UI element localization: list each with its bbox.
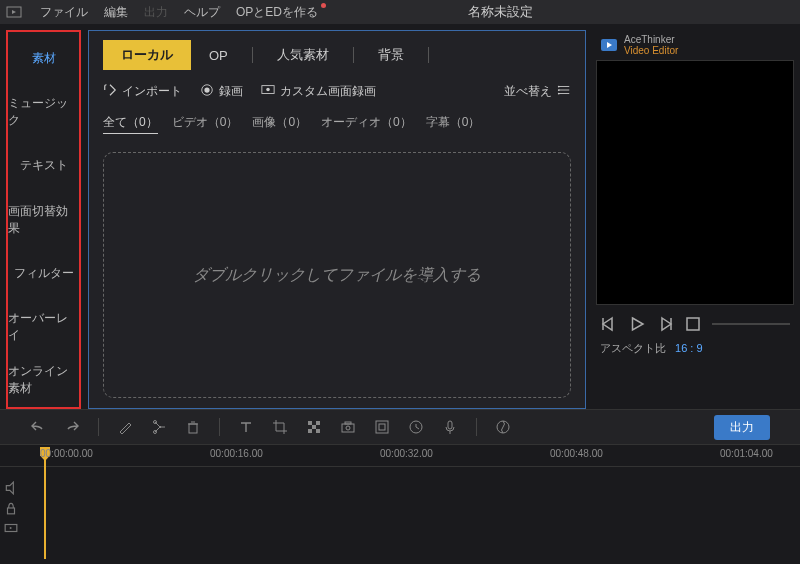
- menu-edit[interactable]: 編集: [96, 4, 136, 21]
- media-panel: ローカル OP 人気素材 背景 インポート 録画 カスタム画面録画 並べ: [88, 30, 586, 409]
- menu-output: 出力: [136, 4, 176, 21]
- next-frame-button[interactable]: [656, 315, 674, 333]
- svg-point-31: [346, 426, 350, 430]
- menu-file[interactable]: ファイル: [32, 4, 96, 21]
- video-track-icon[interactable]: [4, 521, 18, 535]
- preview-panel: AceThinker Video Editor アスペクト比 16 : 9: [590, 24, 800, 409]
- delete-button[interactable]: [185, 419, 201, 435]
- split-button[interactable]: [151, 419, 167, 435]
- ruler-tick: 00:00:32.00: [380, 448, 433, 459]
- ruler-tick: 00:00:16.00: [210, 448, 263, 459]
- duration-button[interactable]: [408, 419, 424, 435]
- svg-point-11: [558, 93, 560, 95]
- sidebar-item-overlay[interactable]: オーバーレイ: [8, 300, 79, 354]
- svg-rect-36: [448, 421, 452, 429]
- volume-icon[interactable]: [4, 481, 18, 495]
- app-logo-icon: [6, 4, 22, 20]
- svg-rect-34: [379, 424, 385, 430]
- svg-rect-29: [316, 429, 320, 433]
- svg-rect-28: [308, 429, 312, 433]
- text-button[interactable]: [238, 419, 254, 435]
- filter-image[interactable]: 画像（0）: [252, 114, 307, 134]
- menu-bar: ファイル 編集 出力 ヘルプ OPとEDを作る 名称未設定: [0, 0, 800, 24]
- svg-rect-19: [687, 318, 699, 330]
- zoom-button[interactable]: [374, 419, 390, 435]
- tab-popular[interactable]: 人気素材: [259, 40, 347, 70]
- lock-icon[interactable]: [4, 501, 18, 515]
- svg-rect-22: [189, 424, 197, 433]
- track-controls: [4, 481, 18, 535]
- mosaic-button[interactable]: [306, 419, 322, 435]
- svg-marker-41: [10, 527, 12, 529]
- playhead-line: [44, 459, 46, 559]
- media-dropzone[interactable]: ダブルクリックしてファイルを導入する: [103, 152, 571, 398]
- sidebar-item-music[interactable]: ミュージック: [8, 86, 79, 140]
- ruler-tick: 00:00:00.00: [40, 448, 93, 459]
- output-button[interactable]: 出力: [714, 415, 770, 440]
- svg-marker-16: [633, 318, 644, 330]
- media-filter-row: 全て（0） ビデオ（0） 画像（0） オーディオ（0） 字幕（0）: [103, 114, 571, 134]
- sidebar: 素材 ミュージック テキスト 画面切替効果 フィルター オーバーレイ オンライン…: [6, 30, 81, 409]
- tab-separator: [252, 47, 253, 63]
- svg-marker-38: [6, 482, 13, 494]
- sort-button[interactable]: 並べ替え: [504, 83, 571, 100]
- svg-marker-1: [12, 10, 16, 14]
- prev-frame-button[interactable]: [600, 315, 618, 333]
- tab-separator: [428, 47, 429, 63]
- filter-subtitle[interactable]: 字幕（0）: [426, 114, 481, 134]
- record-button[interactable]: 録画: [200, 83, 243, 100]
- tab-separator: [353, 47, 354, 63]
- tab-background[interactable]: 背景: [360, 40, 422, 70]
- sidebar-item-transition[interactable]: 画面切替効果: [8, 193, 79, 247]
- preview-progress[interactable]: [712, 323, 790, 325]
- svg-point-5: [266, 88, 270, 92]
- toolbar-divider: [219, 418, 220, 436]
- svg-marker-17: [662, 318, 671, 330]
- svg-rect-30: [342, 424, 354, 432]
- edit-button[interactable]: [117, 419, 133, 435]
- app-name: AceThinker: [624, 34, 678, 45]
- svg-rect-25: [308, 421, 312, 425]
- play-button[interactable]: [628, 315, 646, 333]
- crop-button[interactable]: [272, 419, 288, 435]
- svg-rect-39: [8, 508, 15, 514]
- edit-toolbar: 出力: [0, 409, 800, 445]
- media-action-row: インポート 録画 カスタム画面録画 並べ替え: [103, 83, 571, 100]
- sidebar-item-media[interactable]: 素材: [8, 32, 79, 86]
- video-preview[interactable]: [596, 60, 794, 305]
- svg-rect-27: [312, 425, 316, 429]
- svg-marker-14: [603, 318, 612, 330]
- media-top-tabs: ローカル OP 人気素材 背景: [103, 41, 571, 69]
- tab-local[interactable]: ローカル: [103, 40, 191, 70]
- sidebar-item-filter[interactable]: フィルター: [8, 246, 79, 300]
- import-button[interactable]: インポート: [103, 83, 182, 100]
- ruler-tick: 00:00:48.00: [550, 448, 603, 459]
- sidebar-item-text[interactable]: テキスト: [8, 139, 79, 193]
- toolbar-divider: [476, 418, 477, 436]
- snapshot-button[interactable]: [340, 419, 356, 435]
- tab-op[interactable]: OP: [191, 42, 246, 69]
- import-label: インポート: [122, 83, 182, 100]
- redo-button[interactable]: [64, 419, 80, 435]
- filter-video[interactable]: ビデオ（0）: [172, 114, 239, 134]
- sidebar-item-online[interactable]: オンライン素材: [8, 353, 79, 407]
- timeline-ruler[interactable]: 00:00:00.00 00:00:16.00 00:00:32.00 00:0…: [0, 445, 800, 467]
- sort-label: 並べ替え: [504, 83, 552, 100]
- record-icon: [200, 83, 214, 100]
- aspect-ratio-row[interactable]: アスペクト比 16 : 9: [596, 341, 794, 356]
- sort-icon: [557, 83, 571, 100]
- voice-button[interactable]: [442, 419, 458, 435]
- color-button[interactable]: [495, 419, 511, 435]
- filter-all[interactable]: 全て（0）: [103, 114, 158, 134]
- ruler-tick: 00:01:04.00: [720, 448, 773, 459]
- menu-op-ed[interactable]: OPとEDを作る: [228, 4, 326, 21]
- import-icon: [103, 83, 117, 100]
- svg-point-10: [558, 89, 560, 91]
- custom-record-button[interactable]: カスタム画面録画: [261, 83, 376, 100]
- stop-button[interactable]: [684, 315, 702, 333]
- preview-header: AceThinker Video Editor: [596, 30, 794, 60]
- aspect-value: 16 : 9: [675, 342, 703, 354]
- undo-button[interactable]: [30, 419, 46, 435]
- svg-rect-33: [376, 421, 388, 433]
- filter-audio[interactable]: オーディオ（0）: [321, 114, 412, 134]
